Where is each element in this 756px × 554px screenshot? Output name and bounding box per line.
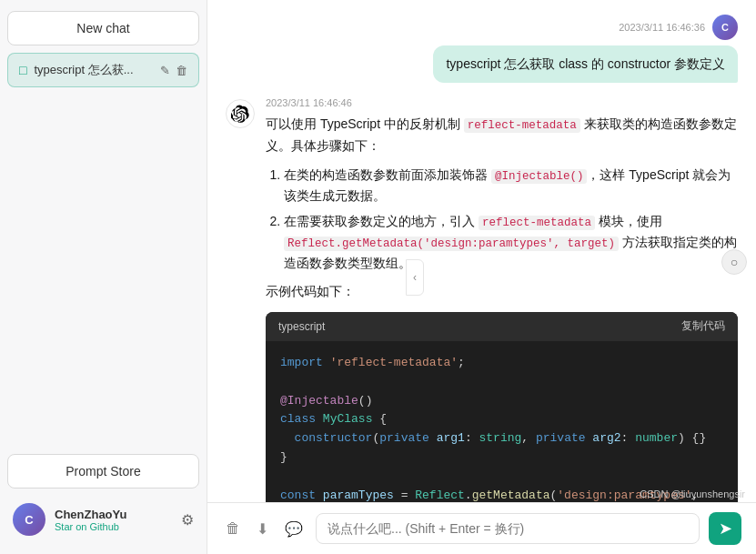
collapse-sidebar-button[interactable]: ‹ — [406, 259, 424, 296]
code-line-class: class MyClass { — [280, 410, 723, 429]
inline-code-module: reflect-metadata — [479, 216, 595, 230]
input-actions: 🗑 ⬇ 💬 — [222, 517, 307, 541]
input-area: 🗑 ⬇ 💬 ➤ — [207, 502, 756, 554]
code-header: typescript 复制代码 — [266, 312, 738, 341]
ai-content: 2023/3/11 16:46:46 可以使用 TypeScript 中的反射机… — [266, 97, 738, 502]
ai-text: 可以使用 TypeScript 中的反射机制 reflect-metadata … — [266, 114, 738, 502]
ai-step-2: 在需要获取参数定义的地方，引入 reflect-metadata 模块，使用 R… — [284, 211, 738, 273]
chat-actions: ✎ 🗑 — [160, 64, 187, 77]
gear-icon[interactable]: ⚙ — [181, 511, 194, 529]
chat-input[interactable] — [328, 521, 688, 536]
inline-code-injectable: @Injectable() — [491, 169, 588, 184]
code-lang: typescript — [278, 317, 325, 336]
user-info: ChenZhaoYu Star on Github — [55, 508, 172, 532]
code-block: typescript 复制代码 import 'reflect-metadata… — [266, 312, 738, 502]
main-chat: 2023/3/11 16:46:36 C typescript 怎么获取 cla… — [207, 0, 756, 554]
input-wrapper — [316, 513, 700, 544]
user-sub: Star on Github — [55, 521, 172, 532]
delete-icon[interactable]: 🗑 — [176, 64, 187, 77]
openai-logo-icon — [231, 105, 249, 123]
prompt-store-button[interactable]: Prompt Store — [7, 454, 199, 489]
code-line-blank-2 — [280, 468, 723, 487]
ai-time: 2023/3/11 16:46:46 — [266, 97, 738, 108]
code-line-constructor: constructor(private arg1: string, privat… — [280, 429, 723, 448]
code-line-decorator: @Injectable() — [280, 392, 723, 411]
chat-history-icon: □ — [19, 63, 26, 77]
ai-avatar — [226, 99, 255, 128]
avatar: C — [13, 503, 45, 536]
code-line-1: import 'reflect-metadata'; — [280, 354, 723, 373]
ai-step-1: 在类的构造函数参数前面添加装饰器 @Injectable()，这样 TypeSc… — [284, 165, 738, 206]
code-line-blank-1 — [280, 373, 723, 392]
chat-history-text: typescript 怎么获... — [34, 62, 153, 78]
new-chat-button[interactable]: New chat — [7, 11, 199, 45]
scroll-button[interactable]: ○ — [721, 249, 747, 275]
inline-code-reflect: reflect-metadata — [464, 118, 580, 133]
code-line-close: } — [280, 448, 723, 468]
code-body: import 'reflect-metadata'; @Injectable()… — [266, 341, 738, 502]
ai-steps: 在类的构造函数参数前面添加装饰器 @Injectable()，这样 TypeSc… — [284, 165, 738, 274]
side-feedback: ○ — [721, 249, 747, 275]
user-msg-meta: 2023/3/11 16:46:36 C — [619, 15, 738, 40]
user-avatar-small: C — [712, 15, 738, 40]
sidebar: New chat □ typescript 怎么获... ✎ 🗑 Prompt … — [0, 0, 207, 554]
copy-code-button[interactable]: 复制代码 — [681, 318, 725, 334]
download-button[interactable]: ⬇ — [253, 517, 272, 541]
send-button[interactable]: ➤ — [709, 512, 741, 545]
chat-history-item[interactable]: □ typescript 怎么获... ✎ 🗑 — [7, 53, 199, 87]
share-button[interactable]: 💬 — [281, 517, 307, 541]
user-msg-time: 2023/3/11 16:46:36 — [619, 22, 705, 33]
ai-example-label: 示例代码如下： — [266, 281, 738, 303]
inline-code-getmeta: Reflect.getMetadata('design:paramtypes',… — [284, 237, 619, 251]
watermark: CSDN @liuyunshengsir — [640, 489, 745, 499]
messages-container: 2023/3/11 16:46:36 C typescript 怎么获取 cla… — [207, 0, 756, 502]
user-bubble: typescript 怎么获取 class 的 constructor 参数定义 — [433, 45, 738, 83]
send-icon: ➤ — [719, 519, 732, 539]
user-profile: C ChenZhaoYu Star on Github ⚙ — [7, 496, 199, 543]
user-message-row: 2023/3/11 16:46:36 C typescript 怎么获取 cla… — [226, 15, 738, 83]
chevron-left-icon: ‹ — [413, 271, 417, 284]
user-name: ChenZhaoYu — [55, 508, 172, 521]
edit-icon[interactable]: ✎ — [160, 64, 170, 77]
ai-intro: 可以使用 TypeScript 中的反射机制 reflect-metadata … — [266, 114, 738, 157]
ai-message-row: 2023/3/11 16:46:46 可以使用 TypeScript 中的反射机… — [226, 97, 738, 502]
trash-button[interactable]: 🗑 — [222, 517, 244, 540]
sidebar-spacer — [7, 87, 199, 454]
